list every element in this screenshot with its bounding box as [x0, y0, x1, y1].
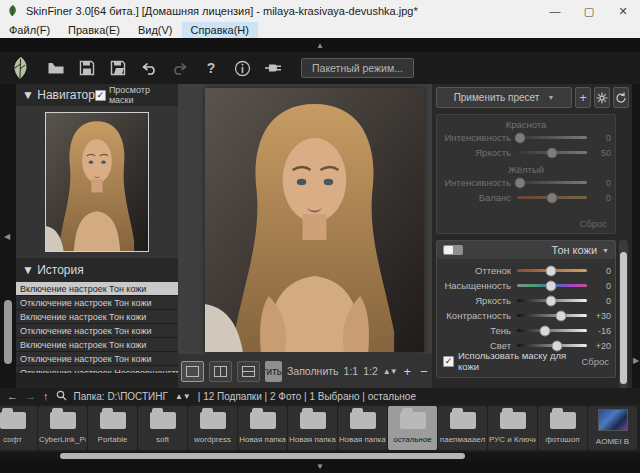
scrollbar-thumb[interactable] — [60, 453, 465, 459]
menu-file[interactable]: Файл(F) — [0, 22, 59, 38]
redo-button[interactable] — [171, 59, 189, 77]
history-item[interactable]: Включение настроек Тон кожи — [16, 338, 178, 352]
contrast-slider[interactable] — [517, 314, 587, 317]
preset-settings-button[interactable] — [594, 87, 610, 108]
menu-edit[interactable]: Правка(E) — [59, 22, 129, 38]
slider-thumb[interactable] — [547, 147, 558, 158]
ratio-1-1-button[interactable]: 1:1 — [344, 365, 359, 377]
info-button[interactable] — [233, 59, 251, 77]
checkbox-checked-icon[interactable]: ✓ — [95, 90, 106, 101]
zoom-in-button[interactable]: + — [402, 364, 414, 379]
light-slider[interactable] — [517, 344, 587, 347]
color-reset-link[interactable]: Сброс — [579, 218, 607, 229]
folder-tile[interactable]: Portable — [88, 406, 137, 450]
history-header[interactable]: ▼ История — [16, 258, 178, 282]
slider-row: Тень -16 — [437, 323, 615, 338]
ratio-spinner[interactable]: ▲▼ — [383, 367, 397, 376]
fill-button[interactable]: Заполнить — [287, 365, 339, 377]
skin-tone-reset-link[interactable]: Сброс — [581, 356, 609, 367]
save-as-button[interactable] — [109, 59, 127, 77]
minimize-button[interactable]: — — [538, 0, 572, 22]
path-spinner-icon[interactable]: ▲▼ — [175, 392, 191, 401]
browser-status-bar: ← → ↑ Папка: D:\ПОСТИНГ ▲▼ | 12 Подпапки… — [0, 388, 640, 404]
slider-thumb[interactable] — [546, 280, 557, 291]
back-button[interactable]: ← — [7, 390, 18, 402]
folder-tile[interactable]: Новая папка — [238, 406, 287, 450]
forward-button[interactable]: → — [25, 390, 36, 402]
slider-thumb[interactable] — [546, 265, 557, 276]
slider-thumb[interactable] — [547, 192, 558, 203]
left-panel-scrollbar[interactable] — [4, 300, 12, 364]
right-panel-scrollbar[interactable] — [619, 240, 628, 388]
open-folder-button[interactable] — [47, 59, 65, 77]
folder-tile[interactable]: паепмаааел — [438, 406, 487, 450]
folder-tile[interactable]: CyberLink_Po... — [38, 406, 87, 450]
intensity-slider[interactable] — [517, 181, 587, 184]
image-thumbnail — [598, 409, 628, 431]
filmstrip-scrollbar[interactable] — [0, 452, 640, 460]
shadow-slider[interactable] — [517, 329, 587, 332]
right-panel-collapse[interactable]: ▶ — [632, 84, 640, 388]
apply-preset-dropdown[interactable]: Применить пресет ▼ — [436, 87, 572, 108]
maximize-button[interactable]: ▢ — [572, 0, 606, 22]
slider-thumb[interactable] — [540, 325, 551, 336]
zoom-out-button[interactable]: − — [418, 364, 430, 379]
save-button[interactable] — [78, 59, 96, 77]
scrollbar-thumb[interactable] — [620, 252, 627, 384]
folder-tile[interactable]: soft — [138, 406, 187, 450]
folder-tile[interactable]: wordpress — [188, 406, 237, 450]
history-item[interactable]: Включение настроек Тон кожи — [16, 282, 178, 296]
brightness-slider[interactable] — [517, 151, 587, 154]
slider-row: Насыщенность 0 — [437, 278, 615, 293]
reset-preset-button[interactable] — [613, 87, 629, 108]
skin-tone-header[interactable]: Тон кожи ▼ — [437, 241, 615, 259]
search-icon[interactable] — [56, 390, 67, 403]
view-split-horizontal-button[interactable] — [237, 361, 260, 382]
saturation-slider[interactable] — [517, 284, 587, 287]
close-button[interactable]: ✕ — [606, 0, 640, 22]
folder-tile[interactable]: Новая папка _ — [338, 406, 387, 450]
folder-tile[interactable]: Новая папка _ — [288, 406, 337, 450]
slider-thumb[interactable] — [514, 177, 525, 188]
add-preset-button[interactable]: + — [575, 87, 591, 108]
checkbox-checked-icon[interactable]: ✓ — [443, 356, 454, 367]
history-item[interactable]: Отключение настроек Тон кожи — [16, 324, 178, 338]
navigator-header[interactable]: ▼ Навигатор ✓ Просмотр маски — [16, 84, 178, 106]
view-single-button[interactable] — [181, 361, 204, 382]
folder-tile[interactable]: фотошоп — [538, 406, 587, 450]
hue-slider[interactable] — [517, 269, 587, 272]
menu-view[interactable]: Вид(V) — [129, 22, 182, 38]
folder-tile-selected[interactable]: остальное — [388, 406, 437, 450]
slider-label: Яркость — [441, 147, 517, 158]
brightness-slider[interactable] — [517, 299, 587, 302]
help-button[interactable]: ? — [202, 59, 220, 77]
history-item[interactable]: Отключение настроек Тон кожи — [16, 352, 178, 366]
history-item[interactable]: Отключение настроек Тон кожи — [16, 296, 178, 310]
undo-button[interactable] — [140, 59, 158, 77]
plugin-button[interactable] — [264, 59, 282, 77]
skin-tone-toggle-icon[interactable] — [443, 245, 463, 255]
menu-help[interactable]: Справка(H) — [182, 22, 258, 38]
balance-slider[interactable] — [517, 196, 587, 199]
batch-mode-button[interactable]: Пакетный режим... — [301, 58, 414, 78]
current-folder-path[interactable]: Папка: D:\ПОСТИНГ — [74, 391, 168, 402]
history-item[interactable]: Отключение настроек Несовершенств — [16, 366, 178, 374]
intensity-slider[interactable] — [517, 136, 587, 139]
folder-tile[interactable]: РУС и Ключи — [488, 406, 537, 450]
image-tile[interactable]: AOMEI B — [588, 406, 637, 450]
view-split-vertical-button[interactable] — [209, 361, 232, 382]
navigator-thumbnail[interactable] — [45, 112, 149, 252]
mask-preview-toggle[interactable]: ✓ Просмотр маски — [95, 85, 172, 105]
slider-thumb[interactable] — [514, 132, 525, 143]
up-folder-button[interactable]: ↑ — [43, 390, 49, 402]
slider-thumb[interactable] — [556, 310, 567, 321]
ratio-1-2-button[interactable]: 1:2 — [363, 365, 378, 377]
top-panel-collapse[interactable]: ▲ — [0, 38, 640, 52]
left-panel-collapse[interactable]: ◀ — [0, 84, 16, 388]
history-item[interactable]: Включение настроек Тон кожи — [16, 310, 178, 324]
main-photo[interactable] — [205, 88, 424, 352]
bottom-panel-collapse[interactable]: ▼ — [0, 460, 640, 473]
slider-thumb[interactable] — [545, 295, 556, 306]
folder-tile[interactable]: софт — [0, 406, 37, 450]
fit-button[interactable]: Вместить — [265, 361, 282, 382]
